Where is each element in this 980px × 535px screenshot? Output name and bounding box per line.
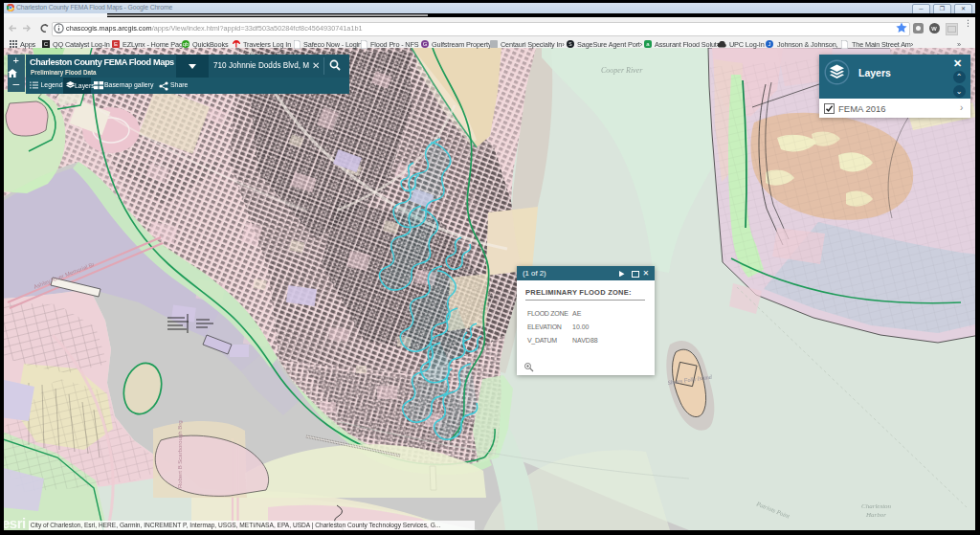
svg-text:Charleston: Charleston	[861, 502, 892, 510]
svg-text:Harbor: Harbor	[865, 511, 886, 519]
svg-text:Robert B Scarborough Brg: Robert B Scarborough Brg	[177, 420, 183, 488]
svg-text:Cooper River: Cooper River	[601, 66, 643, 75]
